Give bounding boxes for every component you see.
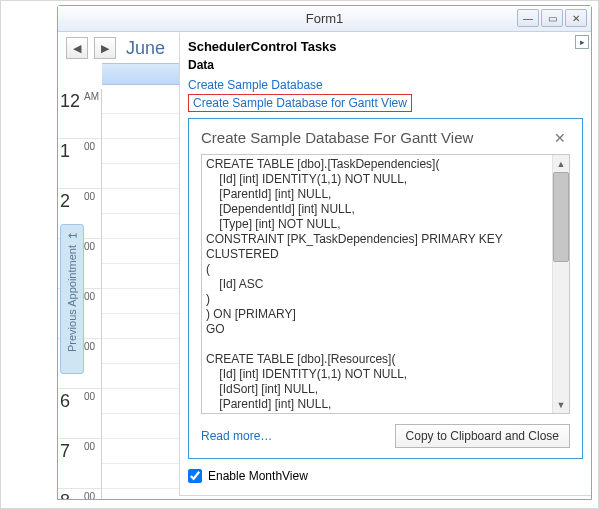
time-hour: 1 bbox=[60, 141, 70, 162]
sql-popup-title: Create Sample Database For Gantt View bbox=[201, 129, 550, 146]
current-date-label: June bbox=[122, 38, 165, 59]
link-read-more[interactable]: Read more… bbox=[201, 427, 272, 445]
prev-date-button[interactable]: ◀ bbox=[66, 37, 88, 59]
time-hour: 12 bbox=[60, 91, 80, 112]
link-create-sample-database[interactable]: Create Sample Database bbox=[188, 76, 583, 94]
sql-textbox[interactable]: CREATE TABLE [dbo].[TaskDependencies]( [… bbox=[201, 154, 570, 414]
enable-monthview-row: Enable MonthView bbox=[188, 469, 583, 483]
scroll-up-button[interactable]: ▲ bbox=[553, 155, 569, 172]
time-slot: 800 bbox=[58, 489, 101, 499]
next-date-button[interactable]: ▶ bbox=[94, 37, 116, 59]
scroll-track[interactable] bbox=[553, 262, 569, 396]
time-slot: 100 bbox=[58, 139, 101, 189]
close-button[interactable]: ✕ bbox=[565, 9, 587, 27]
time-slot: 700 bbox=[58, 439, 101, 489]
scroll-down-button[interactable]: ▼ bbox=[553, 396, 569, 413]
enable-monthview-label[interactable]: Enable MonthView bbox=[208, 469, 308, 483]
time-hour: 2 bbox=[60, 191, 70, 212]
time-suffix: 00 bbox=[84, 141, 95, 152]
smart-tag-icon[interactable]: ▸ bbox=[575, 35, 589, 49]
link-create-sample-database-gantt[interactable]: Create Sample Database for Gantt View bbox=[188, 94, 412, 112]
minimize-button[interactable]: — bbox=[517, 9, 539, 27]
close-icon[interactable]: ✕ bbox=[550, 130, 570, 146]
arrow-left-icon: ↤ bbox=[68, 229, 77, 242]
time-suffix: AM bbox=[84, 91, 99, 102]
time-suffix: 00 bbox=[84, 491, 95, 499]
time-suffix: 00 bbox=[84, 441, 95, 452]
window-title: Form1 bbox=[64, 11, 585, 26]
window-buttons: — ▭ ✕ bbox=[517, 9, 587, 27]
sql-content: CREATE TABLE [dbo].[TaskDependencies]( [… bbox=[206, 157, 551, 411]
tasks-flyout: SchedulerControl Tasks Data Create Sampl… bbox=[179, 33, 591, 496]
copy-to-clipboard-button[interactable]: Copy to Clipboard and Close bbox=[395, 424, 570, 448]
time-hour: 8 bbox=[60, 491, 70, 499]
time-hour: 7 bbox=[60, 441, 70, 462]
scrollbar[interactable]: ▲ ▼ bbox=[552, 155, 569, 413]
time-slot: 600 bbox=[58, 389, 101, 439]
time-slot: 12AM bbox=[58, 89, 101, 139]
sql-popup: Create Sample Database For Gantt View ✕ … bbox=[188, 118, 583, 459]
scroll-thumb[interactable] bbox=[553, 172, 569, 262]
sql-popup-footer: Read more… Copy to Clipboard and Close bbox=[201, 424, 570, 448]
titlebar: Form1 — ▭ ✕ bbox=[58, 6, 591, 32]
enable-monthview-checkbox[interactable] bbox=[188, 469, 202, 483]
time-suffix: 00 bbox=[84, 291, 95, 302]
time-suffix: 00 bbox=[84, 241, 95, 252]
time-suffix: 00 bbox=[84, 341, 95, 352]
previous-appointment-button[interactable]: ↤ Previous Appointment bbox=[60, 224, 84, 374]
maximize-button[interactable]: ▭ bbox=[541, 9, 563, 27]
tasks-section-data: Data bbox=[188, 58, 583, 72]
tasks-title: SchedulerControl Tasks bbox=[188, 39, 583, 54]
app-frame: Form1 — ▭ ✕ ▸ ◀ ▶ June 12AM1002003004005… bbox=[0, 0, 599, 509]
time-suffix: 00 bbox=[84, 191, 95, 202]
sql-popup-header: Create Sample Database For Gantt View ✕ bbox=[201, 129, 570, 146]
previous-appointment-label: Previous Appointment bbox=[66, 245, 78, 352]
time-suffix: 00 bbox=[84, 391, 95, 402]
time-hour: 6 bbox=[60, 391, 70, 412]
form-window: Form1 — ▭ ✕ ▸ ◀ ▶ June 12AM1002003004005… bbox=[57, 5, 592, 500]
